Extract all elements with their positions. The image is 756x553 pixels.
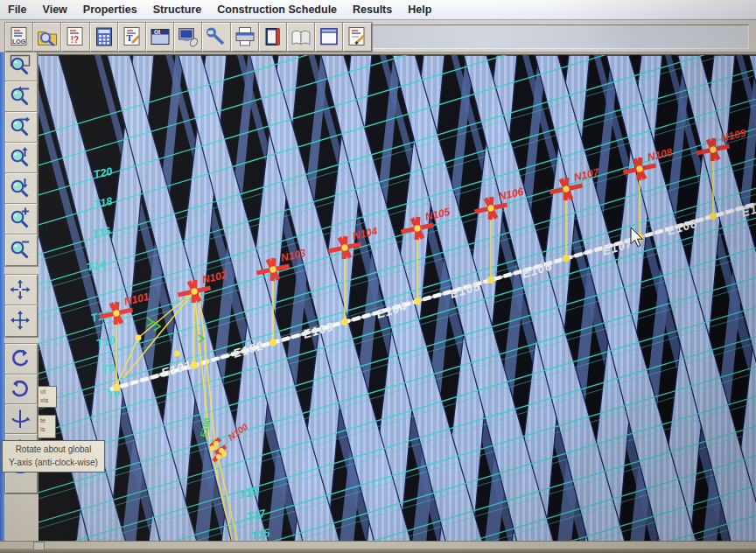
menu-item-construction-schedule[interactable]: Construction Schedule: [209, 2, 345, 18]
gt-window-button[interactable]: Gt: [146, 23, 175, 52]
window-blank-button[interactable]: [315, 23, 344, 52]
menu-item-view[interactable]: View: [35, 2, 75, 18]
tooltip-fragment: teis: [38, 415, 56, 438]
pan-left-button[interactable]: [5, 81, 38, 113]
svg-text:!?: !?: [71, 35, 79, 45]
rotate-x-ccw-button[interactable]: [5, 374, 38, 406]
scroll-corner[interactable]: [33, 542, 45, 550]
log-button[interactable]: LOG: [5, 23, 34, 52]
menu-item-file[interactable]: File: [0, 2, 35, 18]
printer-button[interactable]: [231, 23, 260, 52]
book-closed-button[interactable]: [259, 23, 288, 52]
menu-item-structure[interactable]: Structure: [145, 2, 210, 18]
pan-up-button[interactable]: [5, 143, 38, 174]
svg-text:Gt: Gt: [154, 29, 161, 35]
rotate-y-cw-button[interactable]: [5, 404, 38, 436]
error-info-button[interactable]: !?: [61, 23, 90, 52]
rotate-x-cw-button[interactable]: [5, 344, 38, 375]
tooltip-line1: Rotate about global: [16, 444, 92, 457]
tooltip-line2: Y-axis (anti-clock-wise): [9, 457, 98, 470]
menu-item-help[interactable]: Help: [400, 2, 439, 18]
menu-bar: FileViewPropertiesStructureConstruction …: [0, 0, 756, 20]
rotate-tooltip: Rotate about global Y-axis (anti-clock-w…: [2, 440, 105, 472]
zoom-out-button[interactable]: [5, 234, 38, 266]
svg-text:T8: T8: [101, 361, 116, 376]
svg-text:LOG: LOG: [12, 38, 26, 45]
doc-edit-button[interactable]: [343, 23, 372, 52]
toolbar-status-field[interactable]: [371, 24, 749, 49]
move-view-button[interactable]: [5, 275, 38, 306]
zoom-window-button[interactable]: [5, 51, 38, 82]
calculator-button[interactable]: [90, 23, 119, 52]
center-view-button[interactable]: [5, 305, 38, 337]
main-toolbar: LOG !? T Gt: [0, 20, 756, 52]
bottom-frame: [0, 541, 756, 553]
pan-right-button[interactable]: [5, 112, 38, 144]
pan-down-button[interactable]: [5, 173, 38, 205]
menu-item-results[interactable]: Results: [345, 2, 400, 18]
book-open-button[interactable]: [287, 23, 316, 52]
tools-wrench-button[interactable]: [202, 23, 231, 52]
model-viewport[interactable]: T20T18T16T14T12T10T8T6T19T17T15E101E102E…: [38, 54, 756, 541]
application-window: FileViewPropertiesStructureConstruction …: [0, 0, 756, 553]
text-doc-button[interactable]: T: [118, 23, 147, 52]
graphics-monitor-button[interactable]: [174, 23, 203, 52]
folder-search-button[interactable]: [33, 23, 62, 52]
tooltip-fragment: otxis: [38, 386, 57, 408]
menu-item-properties[interactable]: Properties: [75, 2, 145, 18]
zoom-in-button[interactable]: [5, 204, 38, 235]
